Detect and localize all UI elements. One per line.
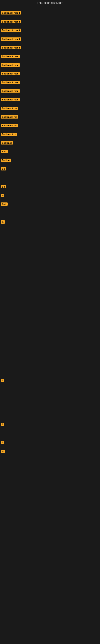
bottleneck-result-row: Bottleneck resu — [1, 81, 20, 85]
bottleneck-result-badge[interactable]: Bottleneck re — [1, 132, 17, 136]
bottleneck-result-row: I — [1, 422, 4, 427]
bottleneck-result-badge[interactable]: Bottleneck resu — [1, 98, 20, 101]
bottleneck-result-badge[interactable]: Bottleneck result — [1, 46, 21, 49]
bottleneck-result-badge[interactable]: Bott — [1, 150, 8, 153]
bottleneck-result-row: B — [1, 220, 5, 224]
bottleneck-result-badge[interactable]: Bottleneck result — [1, 38, 21, 41]
bottleneck-result-row: Bottleneck resu — [1, 89, 20, 94]
bottleneck-result-row: Bottleneck re — [1, 132, 17, 137]
bottleneck-result-badge[interactable]: Bo — [1, 185, 6, 188]
bottleneck-result-row: Bottleneck result — [1, 46, 21, 50]
bottleneck-result-row: Bottleneck res — [1, 107, 18, 111]
bottleneck-result-badge[interactable]: Bottleneck result — [1, 20, 21, 23]
bottleneck-result-badge[interactable]: Bottleneck resu — [1, 81, 20, 84]
bottleneck-result-badge[interactable]: Bottleneck resu — [1, 89, 20, 92]
bottleneck-result-row: Bottleneck resu — [1, 64, 20, 68]
bottleneck-result-row: Bottleneck resu — [1, 55, 20, 59]
bottleneck-result-row: Bottleneck result — [1, 20, 21, 24]
bottleneck-result-row: Bottleneck resu — [1, 98, 20, 102]
site-title: TheBottlenecker.com — [0, 0, 100, 6]
bottleneck-result-badge[interactable]: Bottleneck res — [1, 124, 18, 127]
bottleneck-result-badge[interactable]: I — [1, 441, 4, 444]
bottleneck-result-badge[interactable]: Bott — [1, 202, 8, 206]
bottleneck-result-badge[interactable]: Bottleneck resu — [1, 64, 20, 66]
bottleneck-result-row: I — [1, 379, 4, 383]
bottleneck-result-badge[interactable]: Bottlenec — [1, 141, 13, 144]
bottleneck-result-badge[interactable]: Bottleneck result — [1, 28, 21, 32]
bottleneck-result-row: Bott — [1, 150, 8, 154]
bottleneck-result-badge[interactable]: Bottleneck resu — [1, 72, 20, 75]
bottleneck-result-row: Bottleneck result — [1, 11, 21, 15]
bottleneck-result-badge[interactable]: Bottleneck result — [1, 11, 21, 14]
bottleneck-result-row: Bottleneck result — [1, 38, 21, 42]
bottleneck-result-row: Bottleneck res — [1, 115, 18, 119]
bottleneck-result-badge[interactable]: Bottleneck res — [1, 107, 18, 110]
bottleneck-result-row: Bo — [1, 167, 6, 171]
bottleneck-result-badge[interactable]: Bottleneck resu — [1, 55, 20, 58]
bottleneck-result-row: B — [1, 450, 5, 454]
bottleneck-result-badge[interactable]: B — [1, 220, 5, 224]
bottleneck-result-row: B — [1, 194, 4, 198]
bottleneck-result-row: Bottleneck resu — [1, 72, 20, 76]
bottleneck-result-badge[interactable]: I — [1, 422, 4, 426]
bottleneck-result-badge[interactable]: B — [1, 450, 5, 453]
bottleneck-result-badge[interactable]: Bottlen — [1, 158, 11, 162]
bottleneck-result-row: Bottlenec — [1, 141, 13, 145]
bottleneck-result-row: Bottlen — [1, 158, 11, 162]
bottleneck-result-badge[interactable]: Bottleneck res — [1, 115, 18, 118]
bottleneck-result-row: Bottleneck result — [1, 28, 21, 32]
bottleneck-result-row: Bottleneck res — [1, 124, 18, 128]
bottleneck-result-badge[interactable]: Bo — [1, 167, 6, 170]
bottleneck-result-badge[interactable]: B — [1, 194, 4, 197]
bottleneck-result-row: Bott — [1, 202, 8, 206]
bottleneck-result-badge[interactable]: I — [1, 379, 4, 382]
bottleneck-result-row: Bo — [1, 185, 6, 189]
bottleneck-result-row: I — [1, 441, 4, 445]
